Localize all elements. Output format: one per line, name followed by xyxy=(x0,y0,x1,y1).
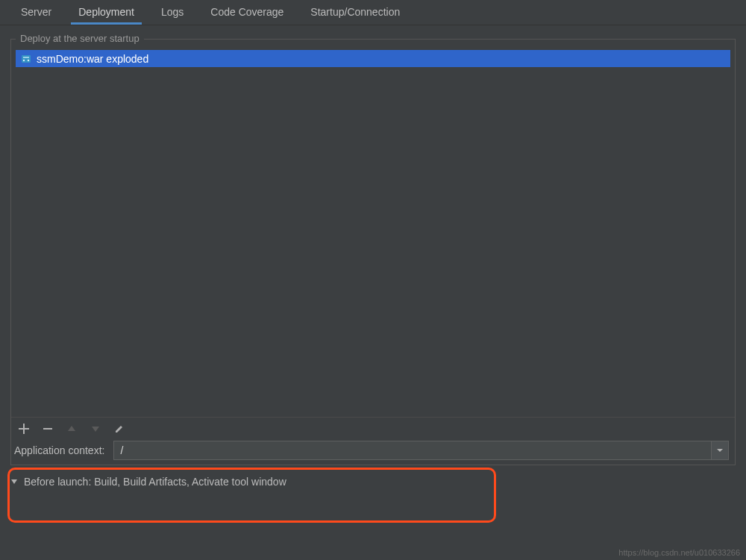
add-button[interactable] xyxy=(17,422,31,435)
application-context-label: Application context: xyxy=(14,444,104,456)
application-context-combo xyxy=(113,441,729,460)
application-context-input[interactable] xyxy=(113,441,711,460)
svg-rect-0 xyxy=(22,55,31,63)
tab-logs[interactable]: Logs xyxy=(148,0,197,25)
tab-server[interactable]: Server xyxy=(7,0,65,25)
svg-rect-4 xyxy=(43,428,52,430)
chevron-down-icon xyxy=(716,447,724,454)
deploy-list[interactable]: ssmDemo:war exploded xyxy=(16,50,730,424)
list-item[interactable]: ssmDemo:war exploded xyxy=(16,50,730,67)
deploy-toolbar xyxy=(11,417,735,439)
artifact-icon xyxy=(20,53,32,65)
application-context-dropdown-button[interactable] xyxy=(711,441,729,460)
application-context-row: Application context: xyxy=(11,439,735,465)
before-launch-section[interactable]: Before launch: Build, Build Artifacts, A… xyxy=(0,465,746,488)
move-up-button[interactable] xyxy=(65,422,78,435)
deploy-fieldset: Deploy at the server startup ssmDemo:war… xyxy=(10,39,736,465)
svg-point-3 xyxy=(28,59,29,60)
before-launch-label: Before launch: Build, Build Artifacts, A… xyxy=(24,476,286,488)
tab-code-coverage[interactable]: Code Coverage xyxy=(197,0,297,25)
tab-deployment[interactable]: Deployment xyxy=(65,0,148,25)
svg-rect-1 xyxy=(23,57,29,58)
svg-point-2 xyxy=(23,59,25,60)
edit-button[interactable] xyxy=(113,422,126,435)
remove-button[interactable] xyxy=(41,422,54,435)
list-item-label: ssmDemo:war exploded xyxy=(37,53,148,65)
tabs-bar: Server Deployment Logs Code Coverage Sta… xyxy=(0,0,746,25)
tab-startup-connection[interactable]: Startup/Connection xyxy=(297,0,413,25)
expand-arrow-icon xyxy=(10,478,18,485)
move-down-button[interactable] xyxy=(89,422,102,435)
deploy-fieldset-legend: Deploy at the server startup xyxy=(16,33,144,44)
watermark-text: https://blog.csdn.net/u010633266 xyxy=(618,548,740,557)
